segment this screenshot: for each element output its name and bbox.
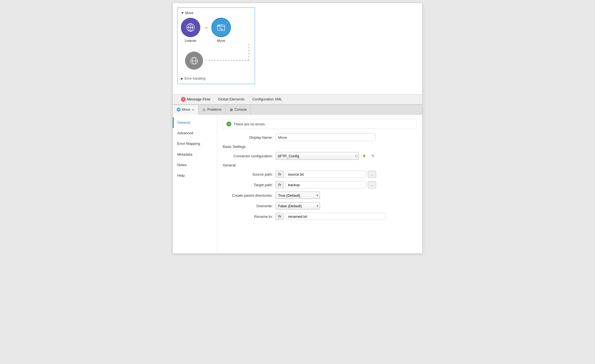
target-fx-icon: fx [278, 183, 281, 187]
target-path-browse-button[interactable]: ... [368, 181, 376, 188]
listener-label: Listener [185, 39, 197, 43]
rename-fx-icon: fx [278, 214, 281, 218]
sidebar-item-general[interactable]: General [173, 117, 217, 128]
main-content: ✓ There are no errors. Display Name: Bas… [217, 115, 422, 253]
bottom-panel: General Advanced Error Mapping Metadata … [173, 115, 422, 253]
nav-config-xml[interactable]: Configuration XML [248, 95, 286, 105]
target-path-row: Target path: fx ... [223, 181, 417, 188]
general-subsection-title: General [223, 163, 417, 167]
flow-title: ▼ Move [181, 11, 250, 15]
rename-to-input[interactable] [286, 213, 386, 220]
edit-icon: ✎ [371, 154, 375, 158]
move-tab-icon: M [177, 108, 181, 112]
connector-config-row: Connector configuration: SFTP_Config ⬡ + [223, 152, 417, 160]
edit-connector-button[interactable]: ✎ [369, 152, 377, 160]
success-icon: ✓ [226, 122, 231, 127]
nav-config-xml-label: Configuration XML [252, 97, 282, 101]
error-handling-section[interactable]: ▶ Error handling [181, 77, 250, 80]
add-connector-button[interactable]: + [361, 152, 368, 160]
sidebar: General Advanced Error Mapping Metadata … [173, 115, 217, 253]
rename-to-row: Rename to: fx [223, 213, 417, 220]
source-path-controls: fx ... [276, 171, 376, 178]
add-icon: + [362, 153, 366, 159]
tab-problems[interactable]: ⚠ Problems [198, 105, 226, 114]
overwrite-row: Overwrite: False (Default) True ▼ [223, 202, 417, 209]
flow-arrow-connector: → [200, 25, 211, 31]
svg-text:SFTP: SFTP [220, 24, 223, 26]
overwrite-select-wrapper: False (Default) True ▼ [276, 202, 320, 209]
sidebar-item-error-mapping[interactable]: Error Mapping [173, 138, 217, 149]
listener-node[interactable]: Listener [181, 18, 200, 43]
no-errors-banner: ✓ There are no errors. [223, 119, 417, 129]
move-icon-circle: SFTP [211, 18, 231, 37]
target-path-label: Target path: [223, 183, 273, 187]
sidebar-notes-label: Notes [177, 163, 187, 167]
nav-message-flow[interactable]: ✕ Message Flow [177, 95, 214, 105]
overwrite-label: Overwrite: [223, 204, 273, 208]
create-parent-select[interactable]: True (Default) False [276, 192, 320, 199]
no-errors-text: There are no errors. [234, 122, 266, 126]
sidebar-item-advanced[interactable]: Advanced [173, 128, 217, 138]
display-name-label: Display Name: [223, 135, 273, 140]
error-handling-arrow: ▶ [181, 77, 183, 80]
move-label: Move [217, 39, 225, 43]
sidebar-help-label: Help [177, 173, 185, 178]
tab-console-label: Console [234, 108, 247, 112]
source-path-label: Source path: [223, 172, 273, 176]
listener-icon-circle [181, 18, 200, 37]
create-parent-label: Create parent directories: [223, 193, 273, 198]
nav-global-elements[interactable]: Global Elements [214, 95, 248, 105]
rename-to-label: Rename to: [223, 214, 273, 219]
error-node [185, 52, 203, 70]
error-indicator: ✕ [181, 97, 186, 102]
problems-icon: ⚠ [202, 107, 206, 112]
target-path-input[interactable] [286, 181, 366, 188]
source-path-input[interactable] [286, 171, 366, 178]
source-path-browse-button[interactable]: ... [368, 171, 376, 178]
rename-fx-button[interactable]: fx [276, 213, 284, 220]
connector-config-select[interactable]: SFTP_Config [276, 152, 359, 160]
tab-problems-label: Problems [207, 108, 221, 112]
sidebar-item-notes[interactable]: Notes [173, 160, 217, 170]
fx-icon: fx [278, 172, 281, 176]
target-path-fx-button[interactable]: fx [276, 181, 284, 188]
globe-icon [186, 22, 196, 32]
target-path-controls: fx ... [276, 181, 376, 188]
sidebar-metadata-label: Metadata [177, 152, 192, 156]
nav-global-elements-label: Global Elements [218, 97, 244, 101]
overwrite-select[interactable]: False (Default) True [276, 202, 320, 209]
tab-move[interactable]: M Move ✕ [173, 105, 198, 115]
source-path-row: Source path: fx ... [223, 171, 417, 178]
bottom-nav: ✕ Message Flow Global Elements Configura… [173, 95, 422, 105]
flow-name-label: Move [185, 11, 193, 15]
sidebar-error-mapping-label: Error Mapping [177, 141, 200, 146]
console-icon: 🖥 [229, 108, 233, 112]
flow-arrow: ▼ [181, 11, 184, 15]
error-handling-text: Error handling [184, 77, 205, 80]
tabs-bar: M Move ✕ ⚠ Problems 🖥 Console [173, 105, 422, 115]
tab-move-label: Move [182, 108, 190, 112]
sidebar-advanced-label: Advanced [177, 131, 193, 135]
basic-settings-section: Basic Settings Connector configuration: … [223, 145, 417, 160]
tab-move-close[interactable]: ✕ [192, 108, 194, 111]
connector-config-label: Connector configuration: [223, 154, 273, 158]
connector-config-controls: SFTP_Config ⬡ + ✎ [276, 152, 377, 160]
display-name-input[interactable] [276, 133, 376, 141]
move-node[interactable]: SFTP Move [211, 18, 231, 43]
sftp-icon: SFTP [216, 22, 226, 33]
create-parent-select-wrapper: True (Default) False ▼ [276, 192, 320, 199]
connector-select-wrapper: SFTP_Config ⬡ [276, 152, 359, 160]
display-name-row: Display Name: [223, 133, 417, 141]
tab-console[interactable]: 🖥 Console [226, 105, 251, 114]
nav-message-flow-label: Message Flow [187, 97, 210, 101]
error-icon-circle [185, 52, 203, 70]
sidebar-item-help[interactable]: Help [173, 170, 217, 181]
sidebar-general-label: General [177, 120, 190, 125]
basic-settings-title: Basic Settings [223, 145, 417, 149]
source-path-fx-button[interactable]: fx [276, 171, 284, 178]
create-parent-row: Create parent directories: True (Default… [223, 192, 417, 199]
rename-to-controls: fx [276, 213, 386, 220]
error-globe-icon [189, 56, 199, 65]
sidebar-item-metadata[interactable]: Metadata [173, 149, 217, 160]
browse-icon: ... [371, 173, 373, 176]
